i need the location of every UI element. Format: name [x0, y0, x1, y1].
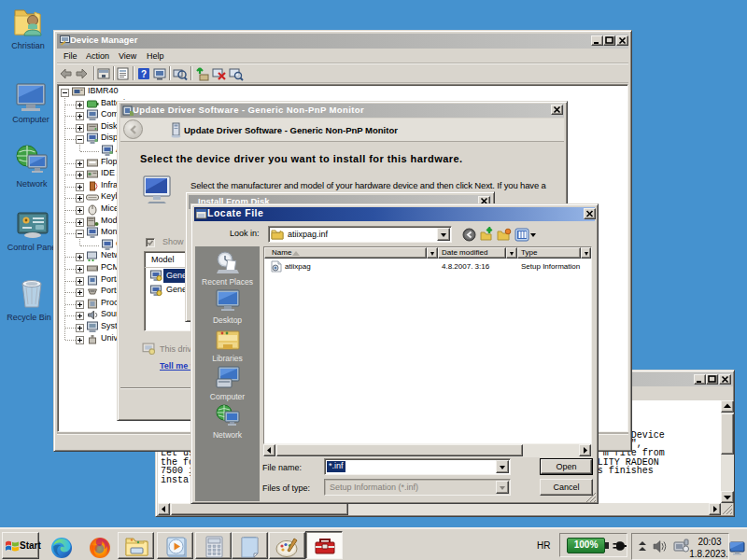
- svg-text:?: ?: [141, 69, 147, 79]
